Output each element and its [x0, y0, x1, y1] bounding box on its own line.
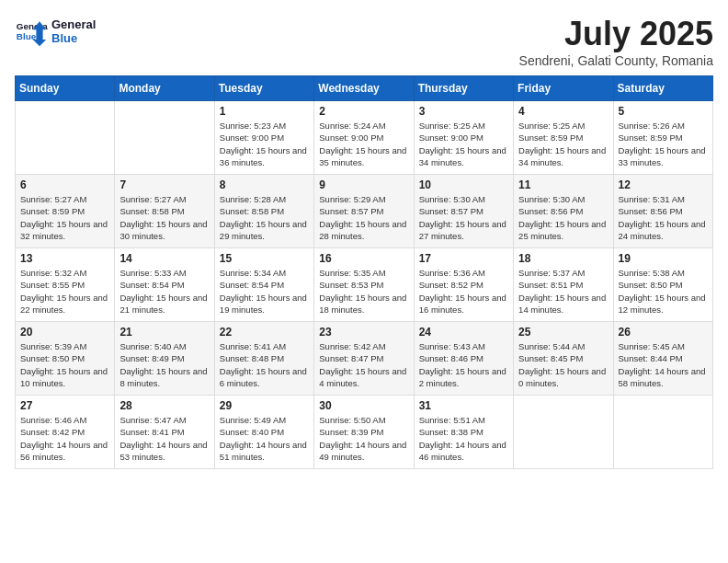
- calendar-cell: 29Sunrise: 5:49 AM Sunset: 8:40 PM Dayli…: [214, 396, 313, 469]
- day-info: Sunrise: 5:38 AM Sunset: 8:50 PM Dayligh…: [619, 267, 708, 316]
- day-info: Sunrise: 5:50 AM Sunset: 8:39 PM Dayligh…: [319, 414, 408, 463]
- day-info: Sunrise: 5:41 AM Sunset: 8:48 PM Dayligh…: [220, 340, 309, 389]
- calendar-cell: 20Sunrise: 5:39 AM Sunset: 8:50 PM Dayli…: [16, 322, 115, 396]
- day-info: Sunrise: 5:46 AM Sunset: 8:42 PM Dayligh…: [20, 414, 109, 463]
- day-number: 9: [319, 178, 408, 191]
- day-info: Sunrise: 5:37 AM Sunset: 8:51 PM Dayligh…: [518, 267, 608, 316]
- calendar-week-row: 6Sunrise: 5:27 AM Sunset: 8:59 PM Daylig…: [16, 175, 713, 248]
- month-title: July 2025: [519, 15, 713, 53]
- calendar-header-row: SundayMondayTuesdayWednesdayThursdayFrid…: [16, 76, 713, 101]
- logo-icon: General Blue: [15, 15, 48, 48]
- day-number: 24: [419, 326, 508, 339]
- day-number: 8: [220, 178, 309, 191]
- title-area: July 2025 Sendreni, Galati County, Roman…: [519, 15, 713, 68]
- calendar-cell: 15Sunrise: 5:34 AM Sunset: 8:54 PM Dayli…: [214, 248, 313, 322]
- day-info: Sunrise: 5:35 AM Sunset: 8:53 PM Dayligh…: [319, 267, 408, 316]
- day-info: Sunrise: 5:27 AM Sunset: 8:58 PM Dayligh…: [119, 193, 209, 242]
- day-info: Sunrise: 5:49 AM Sunset: 8:40 PM Dayligh…: [220, 414, 309, 463]
- calendar-cell: 16Sunrise: 5:35 AM Sunset: 8:53 PM Dayli…: [314, 248, 414, 322]
- calendar-cell: 27Sunrise: 5:46 AM Sunset: 8:42 PM Dayli…: [16, 396, 115, 469]
- calendar-cell: 9Sunrise: 5:29 AM Sunset: 8:57 PM Daylig…: [314, 175, 414, 248]
- day-number: 2: [319, 105, 408, 118]
- calendar-cell: 25Sunrise: 5:44 AM Sunset: 8:45 PM Dayli…: [514, 322, 613, 396]
- calendar-cell: 13Sunrise: 5:32 AM Sunset: 8:55 PM Dayli…: [16, 248, 115, 322]
- day-number: 14: [119, 252, 209, 265]
- day-info: Sunrise: 5:39 AM Sunset: 8:50 PM Dayligh…: [20, 340, 109, 389]
- calendar-cell: 5Sunrise: 5:26 AM Sunset: 8:59 PM Daylig…: [613, 101, 712, 175]
- calendar-cell: 11Sunrise: 5:30 AM Sunset: 8:56 PM Dayli…: [514, 175, 613, 248]
- day-number: 21: [119, 326, 209, 339]
- calendar-cell: [514, 396, 613, 469]
- calendar-cell: 26Sunrise: 5:45 AM Sunset: 8:44 PM Dayli…: [613, 322, 712, 396]
- calendar-cell: [115, 101, 214, 175]
- day-info: Sunrise: 5:32 AM Sunset: 8:55 PM Dayligh…: [20, 267, 109, 316]
- logo: General Blue General Blue: [15, 15, 96, 48]
- calendar-cell: 28Sunrise: 5:47 AM Sunset: 8:41 PM Dayli…: [115, 396, 214, 469]
- day-number: 13: [20, 252, 109, 265]
- day-info: Sunrise: 5:30 AM Sunset: 8:56 PM Dayligh…: [518, 193, 608, 242]
- day-number: 19: [619, 252, 708, 265]
- day-number: 10: [419, 178, 508, 191]
- day-number: 15: [220, 252, 309, 265]
- day-info: Sunrise: 5:31 AM Sunset: 8:56 PM Dayligh…: [619, 193, 708, 242]
- header: General Blue General Blue July 2025 Send…: [15, 15, 713, 68]
- day-number: 3: [419, 105, 508, 118]
- calendar-cell: 10Sunrise: 5:30 AM Sunset: 8:57 PM Dayli…: [414, 175, 513, 248]
- weekday-header: Saturday: [613, 76, 712, 101]
- day-info: Sunrise: 5:28 AM Sunset: 8:58 PM Dayligh…: [220, 193, 309, 242]
- day-number: 6: [20, 178, 109, 191]
- day-number: 20: [20, 326, 109, 339]
- day-number: 18: [518, 252, 608, 265]
- day-number: 28: [119, 399, 209, 412]
- weekday-header: Tuesday: [214, 76, 313, 101]
- day-info: Sunrise: 5:26 AM Sunset: 8:59 PM Dayligh…: [619, 120, 708, 168]
- calendar-cell: [16, 101, 115, 175]
- day-info: Sunrise: 5:40 AM Sunset: 8:49 PM Dayligh…: [119, 340, 209, 389]
- day-info: Sunrise: 5:47 AM Sunset: 8:41 PM Dayligh…: [119, 414, 209, 463]
- day-info: Sunrise: 5:44 AM Sunset: 8:45 PM Dayligh…: [518, 340, 608, 389]
- day-number: 27: [20, 399, 109, 412]
- day-info: Sunrise: 5:25 AM Sunset: 8:59 PM Dayligh…: [518, 120, 608, 168]
- day-number: 26: [619, 326, 708, 339]
- day-number: 23: [319, 326, 408, 339]
- calendar-week-row: 20Sunrise: 5:39 AM Sunset: 8:50 PM Dayli…: [16, 322, 713, 396]
- day-info: Sunrise: 5:25 AM Sunset: 9:00 PM Dayligh…: [419, 120, 508, 168]
- day-number: 25: [518, 326, 608, 339]
- weekday-header: Monday: [115, 76, 214, 101]
- calendar-cell: 18Sunrise: 5:37 AM Sunset: 8:51 PM Dayli…: [514, 248, 613, 322]
- calendar-cell: 31Sunrise: 5:51 AM Sunset: 8:38 PM Dayli…: [414, 396, 513, 469]
- day-number: 1: [220, 105, 309, 118]
- weekday-header: Friday: [514, 76, 613, 101]
- calendar-cell: 2Sunrise: 5:24 AM Sunset: 9:00 PM Daylig…: [314, 101, 414, 175]
- day-info: Sunrise: 5:27 AM Sunset: 8:59 PM Dayligh…: [20, 193, 109, 242]
- calendar-week-row: 13Sunrise: 5:32 AM Sunset: 8:55 PM Dayli…: [16, 248, 713, 322]
- day-info: Sunrise: 5:36 AM Sunset: 8:52 PM Dayligh…: [419, 267, 508, 316]
- calendar-week-row: 1Sunrise: 5:23 AM Sunset: 9:00 PM Daylig…: [16, 101, 713, 175]
- calendar-cell: 17Sunrise: 5:36 AM Sunset: 8:52 PM Dayli…: [414, 248, 513, 322]
- day-number: 29: [220, 399, 309, 412]
- day-info: Sunrise: 5:23 AM Sunset: 9:00 PM Dayligh…: [220, 120, 309, 168]
- logo-general-text: General: [51, 17, 96, 31]
- day-number: 22: [220, 326, 309, 339]
- calendar-cell: 12Sunrise: 5:31 AM Sunset: 8:56 PM Dayli…: [613, 175, 712, 248]
- day-number: 31: [419, 399, 508, 412]
- calendar-cell: 8Sunrise: 5:28 AM Sunset: 8:58 PM Daylig…: [214, 175, 313, 248]
- calendar-cell: 24Sunrise: 5:43 AM Sunset: 8:46 PM Dayli…: [414, 322, 513, 396]
- day-number: 4: [518, 105, 608, 118]
- calendar-cell: 7Sunrise: 5:27 AM Sunset: 8:58 PM Daylig…: [115, 175, 214, 248]
- calendar-cell: 21Sunrise: 5:40 AM Sunset: 8:49 PM Dayli…: [115, 322, 214, 396]
- calendar-cell: 14Sunrise: 5:33 AM Sunset: 8:54 PM Dayli…: [115, 248, 214, 322]
- day-info: Sunrise: 5:34 AM Sunset: 8:54 PM Dayligh…: [220, 267, 309, 316]
- calendar-cell: 22Sunrise: 5:41 AM Sunset: 8:48 PM Dayli…: [214, 322, 313, 396]
- day-info: Sunrise: 5:51 AM Sunset: 8:38 PM Dayligh…: [419, 414, 508, 463]
- day-number: 11: [518, 178, 608, 191]
- day-info: Sunrise: 5:30 AM Sunset: 8:57 PM Dayligh…: [419, 193, 508, 242]
- day-info: Sunrise: 5:42 AM Sunset: 8:47 PM Dayligh…: [319, 340, 408, 389]
- day-info: Sunrise: 5:29 AM Sunset: 8:57 PM Dayligh…: [319, 193, 408, 242]
- calendar-cell: 30Sunrise: 5:50 AM Sunset: 8:39 PM Dayli…: [314, 396, 414, 469]
- calendar-cell: [613, 396, 712, 469]
- calendar-table: SundayMondayTuesdayWednesdayThursdayFrid…: [15, 75, 713, 469]
- day-info: Sunrise: 5:45 AM Sunset: 8:44 PM Dayligh…: [619, 340, 708, 389]
- calendar-cell: 4Sunrise: 5:25 AM Sunset: 8:59 PM Daylig…: [514, 101, 613, 175]
- location-title: Sendreni, Galati County, Romania: [519, 53, 713, 68]
